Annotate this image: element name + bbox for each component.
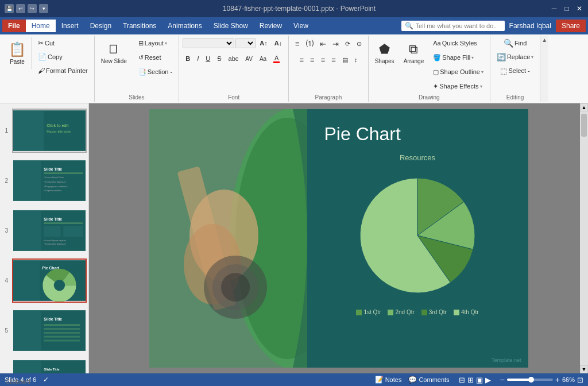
save-icon[interactable]: 💾 bbox=[5, 4, 14, 13]
decrease-font-button[interactable]: A↓ bbox=[272, 37, 285, 49]
menu-animations[interactable]: Animations bbox=[162, 20, 207, 32]
slide-canvas[interactable]: Pie Chart Resources bbox=[149, 109, 528, 368]
italic-button[interactable]: I bbox=[194, 52, 202, 65]
replace-button[interactable]: 🔄 Replace ▾ bbox=[494, 51, 536, 63]
align-right-button[interactable]: ≡ bbox=[318, 53, 328, 66]
char-spacing-button[interactable]: AV bbox=[242, 52, 256, 65]
new-slide-button[interactable]: 🗌 New Slide bbox=[98, 37, 130, 69]
zoom-slider-thumb[interactable] bbox=[528, 377, 534, 383]
svg-rect-36 bbox=[13, 360, 41, 373]
zoom-in-button[interactable]: + bbox=[555, 375, 560, 384]
reset-button[interactable]: ↺ Reset bbox=[136, 51, 175, 64]
redo-icon[interactable]: ↪ bbox=[28, 4, 37, 13]
bold-button[interactable]: B bbox=[183, 52, 193, 65]
increase-font-button[interactable]: A↑ bbox=[257, 37, 270, 49]
zoom-slider[interactable] bbox=[507, 379, 553, 381]
svg-rect-13 bbox=[13, 210, 41, 251]
underline-button[interactable]: U bbox=[203, 52, 213, 65]
strikethrough-button[interactable]: S bbox=[214, 52, 224, 65]
notes-button[interactable]: 📝 Notes bbox=[375, 376, 402, 384]
font-size-select[interactable] bbox=[235, 38, 256, 48]
format-painter-button[interactable]: 🖌 Format Painter bbox=[35, 64, 91, 77]
paste-button[interactable]: 📋 Paste bbox=[6, 37, 29, 69]
find-button[interactable]: 🔍 Find bbox=[501, 37, 529, 49]
scroll-down-button[interactable]: ▼ bbox=[580, 365, 588, 373]
legend-item-1: 1st Qtr bbox=[356, 309, 381, 315]
justify-button[interactable]: ≡ bbox=[328, 53, 339, 66]
select-button[interactable]: ⬚ Select - bbox=[497, 64, 532, 77]
spell-check-icon[interactable]: ✓ bbox=[43, 376, 49, 384]
section-button[interactable]: 📑 Section - bbox=[136, 65, 175, 78]
font-name-select[interactable] bbox=[183, 38, 234, 48]
menu-slideshow[interactable]: Slide Show bbox=[208, 20, 254, 32]
increase-indent-button[interactable]: ⇥ bbox=[330, 37, 342, 51]
font-color-button[interactable]: A bbox=[270, 52, 283, 65]
layout-button[interactable]: ⊞ Layout ▾ bbox=[136, 37, 175, 49]
share-button[interactable]: Share bbox=[556, 20, 586, 32]
menu-transitions[interactable]: Transitions bbox=[117, 20, 162, 32]
close-button[interactable]: ✕ bbox=[575, 5, 583, 13]
slide-3-thumbnail[interactable]: Slide Title • Lorem Ipsum caption • Cons… bbox=[12, 209, 87, 253]
shapes-label: Shapes bbox=[375, 58, 394, 64]
svg-text:• Lorem Ipsum Proin: • Lorem Ipsum Proin bbox=[44, 176, 64, 179]
menu-review[interactable]: Review bbox=[254, 20, 288, 32]
shadow-button[interactable]: abc bbox=[226, 52, 242, 65]
zoom-out-button[interactable]: − bbox=[500, 375, 505, 384]
line-spacing-button[interactable]: ↕ bbox=[351, 53, 361, 66]
ribbon-collapse-button[interactable]: ▲ bbox=[540, 36, 548, 102]
minimize-button[interactable]: ─ bbox=[550, 5, 558, 13]
copy-button[interactable]: 📄 Copy bbox=[35, 51, 91, 63]
menu-view[interactable]: View bbox=[288, 20, 314, 32]
ribbon-font-group: A↑ A↓ B I U S abc AV Aa A Font bbox=[179, 36, 289, 102]
numbering-button[interactable]: ⑴ bbox=[303, 37, 316, 51]
ribbon-editing-group: 🔍 Find 🔄 Replace ▾ ⬚ Select - Editing bbox=[490, 36, 540, 102]
slide-5-number: 5 bbox=[0, 327, 8, 334]
slide-6-image: Slide Title bbox=[13, 360, 86, 373]
right-scrollbar[interactable]: ▲ ▼ bbox=[580, 103, 588, 373]
slide-sorter-button[interactable]: ⊞ bbox=[467, 376, 474, 384]
svg-rect-31 bbox=[44, 328, 80, 330]
text-direction-button[interactable]: ⟳ bbox=[342, 37, 353, 51]
decrease-indent-button[interactable]: ⇤ bbox=[317, 37, 329, 51]
quick-styles-button[interactable]: Aa Quick Styles bbox=[430, 37, 486, 49]
cut-button[interactable]: ✂ Cut bbox=[35, 37, 91, 49]
svg-rect-32 bbox=[44, 332, 80, 334]
fit-slide-button[interactable]: ⊡ bbox=[577, 376, 583, 384]
columns-button[interactable]: ▤ bbox=[339, 53, 351, 66]
arrange-button[interactable]: ⧉ Arrange bbox=[401, 37, 427, 69]
undo-icon[interactable]: ↩ bbox=[16, 4, 25, 13]
help-search[interactable]: 🔍 bbox=[401, 21, 505, 31]
menu-home[interactable]: Home bbox=[26, 20, 56, 32]
file-menu[interactable]: File bbox=[2, 20, 26, 32]
slide-5-container: 5 Slide Title bbox=[0, 306, 88, 356]
align-center-button[interactable]: ≡ bbox=[307, 53, 318, 66]
shape-effects-button[interactable]: ✦ Shape Effects ▾ bbox=[430, 80, 486, 92]
normal-view-button[interactable]: ⊟ bbox=[459, 376, 465, 384]
scrollbar-thumb[interactable] bbox=[581, 114, 587, 137]
change-case-button[interactable]: Aa bbox=[257, 52, 269, 65]
slide-6-thumbnail[interactable]: Slide Title bbox=[12, 358, 87, 373]
slide-panel: 1 Click to edit Master title style 2 Sli… bbox=[0, 103, 89, 373]
shapes-button[interactable]: ⬟ Shapes bbox=[372, 37, 397, 69]
align-left-button[interactable]: ≡ bbox=[296, 53, 307, 66]
shape-outline-button[interactable]: ▢ Shape Outline ▾ bbox=[430, 65, 486, 78]
restore-button[interactable]: □ bbox=[563, 5, 571, 13]
slide-4-thumbnail[interactable]: Pie Chart bbox=[12, 258, 87, 303]
slide-2-thumbnail[interactable]: Slide Title • Lorem Ipsum Proin • Conset… bbox=[12, 159, 87, 203]
legend-label-3: 3rd Qtr bbox=[429, 309, 447, 315]
menu-design[interactable]: Design bbox=[84, 20, 117, 32]
convert-to-smartart-button[interactable]: ⊙ bbox=[354, 37, 365, 51]
shape-fill-button[interactable]: 🪣 Shape Fill ▾ bbox=[430, 51, 486, 64]
menu-insert[interactable]: Insert bbox=[56, 20, 84, 32]
customize-icon[interactable]: ▾ bbox=[39, 4, 48, 13]
comments-button[interactable]: 💬 Comments bbox=[408, 376, 449, 384]
slide-5-thumbnail[interactable]: Slide Title bbox=[12, 308, 87, 353]
quick-styles-label: Quick Styles bbox=[442, 40, 477, 47]
slide-show-button[interactable]: ▶ bbox=[485, 376, 491, 384]
bullets-button[interactable]: ≡ bbox=[292, 37, 303, 51]
reading-view-button[interactable]: ▣ bbox=[476, 376, 483, 384]
help-search-input[interactable] bbox=[416, 22, 496, 29]
slide-1-thumbnail[interactable]: Click to edit Master title style bbox=[12, 109, 87, 153]
scroll-up-button[interactable]: ▲ bbox=[580, 103, 588, 111]
slide-3-number: 3 bbox=[0, 227, 8, 234]
